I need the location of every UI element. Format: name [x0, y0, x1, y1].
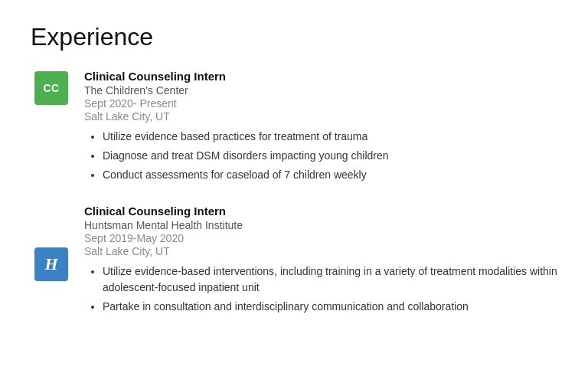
company-name-cc: The Children's Center: [84, 84, 557, 97]
bullet-list-cc: Utilize evidence based practices for tre…: [84, 129, 557, 183]
location-huntsman: Salt Lake City, UT: [84, 245, 557, 257]
logo-area-cc: CC: [31, 70, 72, 105]
job-title-huntsman: Clinical Counseling Intern: [84, 205, 557, 218]
location-cc: Salt Lake City, UT: [84, 110, 557, 123]
job-entry-cc: CC Clinical Counseling Intern The Childr…: [31, 70, 557, 186]
logo-area-huntsman: H: [31, 205, 72, 281]
bullet-list-huntsman: Utilize evidence-based interventions, in…: [84, 264, 557, 315]
date-range-cc: Sept 2020- Present: [84, 97, 557, 110]
job-content-cc: Clinical Counseling Intern The Children'…: [84, 70, 557, 186]
list-item: Diagnose and treat DSM disorders impacti…: [103, 148, 557, 164]
job-entry-huntsman: H Clinical Counseling Intern Huntsman Me…: [31, 205, 557, 318]
date-range-huntsman: Sept 2019-May 2020: [84, 232, 557, 244]
list-item: Utilize evidence-based interventions, in…: [103, 264, 557, 296]
huntsman-logo: H: [34, 247, 68, 281]
job-title-cc: Clinical Counseling Intern: [84, 70, 557, 83]
page-title: Experience: [31, 23, 557, 51]
list-item: Utilize evidence based practices for tre…: [103, 129, 557, 145]
experience-section: CC Clinical Counseling Intern The Childr…: [31, 70, 557, 336]
cc-logo: CC: [34, 71, 68, 105]
list-item: Conduct assessments for caseload of 7 ch…: [103, 167, 557, 183]
list-item: Partake in consultation and interdiscipl…: [103, 299, 557, 315]
company-name-huntsman: Huntsman Mental Health Institute: [84, 219, 557, 231]
job-content-huntsman: Clinical Counseling Intern Huntsman Ment…: [84, 205, 557, 318]
